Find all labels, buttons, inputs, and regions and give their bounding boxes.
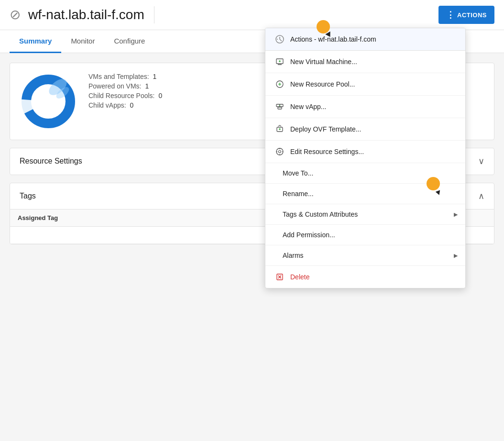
resource-settings-title: Resource Settings: [20, 157, 82, 165]
menu-item-deploy-ovf[interactable]: Deploy OVF Template...: [265, 118, 465, 141]
header-divider: [154, 6, 154, 23]
donut-chart: [20, 73, 77, 130]
tab-summary[interactable]: Summary: [10, 30, 61, 53]
new-vapp-icon: [275, 102, 285, 111]
menu-item-delete[interactable]: Delete: [265, 266, 465, 288]
tags-title: Tags: [20, 192, 36, 200]
svg-point-24: [279, 151, 281, 153]
add-permission-label: Add Permission...: [283, 231, 456, 239]
svg-rect-17: [278, 107, 282, 109]
deploy-ovf-icon: [275, 124, 285, 134]
stat-value-child-pools: 0: [159, 92, 163, 99]
stat-row-child-pools: Child Resource Pools: 0: [88, 92, 162, 99]
menu-item-new-resource-pool[interactable]: New Resource Pool...: [265, 73, 465, 96]
col-assigned-tag: Assigned Tag: [10, 209, 285, 227]
svg-line-6: [280, 39, 282, 41]
tags-custom-attrs-label: Tags & Custom Attributes: [283, 210, 456, 218]
stat-label-child-vapps: Child vApps:: [88, 101, 126, 109]
menu-item-new-vapp[interactable]: New vApp...: [265, 96, 465, 118]
svg-point-23: [276, 148, 283, 155]
stat-value-vms: 1: [153, 73, 157, 80]
new-resource-pool-label: New Resource Pool...: [290, 80, 456, 88]
svg-rect-16: [280, 104, 283, 107]
actions-label: ACTIONS: [457, 11, 487, 19]
menu-item-rename[interactable]: Rename...: [265, 184, 465, 204]
dropdown-header-item: Actions - wf-nat.lab.tail-f.com: [265, 28, 465, 51]
page-title: wf-nat.lab.tail-f.com: [28, 7, 144, 22]
dropdown-header-icon: [275, 34, 285, 44]
stat-row-child-vapps: Child vApps: 0: [88, 101, 162, 109]
page-header: ⊘ wf-nat.lab.tail-f.com ⋮ ACTIONS: [0, 0, 504, 30]
edit-resource-settings-label: Edit Resource Settings...: [290, 148, 456, 155]
menu-item-new-vm[interactable]: New Virtual Machine...: [265, 51, 465, 73]
stat-value-child-vapps: 0: [130, 101, 134, 109]
svg-rect-15: [276, 104, 280, 107]
summary-stats: VMs and Templates: 1 Powered on VMs: 1 C…: [88, 73, 162, 109]
rename-label: Rename...: [283, 190, 456, 198]
new-vm-label: New Virtual Machine...: [290, 58, 456, 66]
deploy-ovf-label: Deploy OVF Template...: [290, 125, 456, 133]
dropdown-header-label: Actions - wf-nat.lab.tail-f.com: [290, 35, 456, 43]
tab-configure[interactable]: Configure: [104, 30, 154, 53]
actions-button[interactable]: ⋮ ACTIONS: [438, 6, 494, 24]
actions-dropdown: Actions - wf-nat.lab.tail-f.com New Virt…: [265, 28, 466, 288]
stat-value-powered: 1: [145, 82, 149, 90]
menu-item-add-permission[interactable]: Add Permission...: [265, 225, 465, 245]
delete-icon: [275, 272, 285, 282]
alarms-label: Alarms: [283, 252, 456, 259]
menu-item-move-to[interactable]: Move To...: [265, 163, 465, 184]
stat-row-powered: Powered on VMs: 1: [88, 82, 162, 90]
stat-label-child-pools: Child Resource Pools:: [88, 92, 155, 99]
resource-settings-chevron-icon: ∨: [478, 156, 484, 166]
actions-dots-icon: ⋮: [446, 10, 454, 20]
delete-label: Delete: [290, 273, 456, 281]
edit-resource-settings-icon: [275, 147, 285, 156]
menu-item-edit-resource-settings[interactable]: Edit Resource Settings...: [265, 141, 465, 163]
move-to-label: Move To...: [283, 169, 456, 177]
header-actions: ⋮ ACTIONS: [438, 6, 494, 24]
tab-monitor[interactable]: Monitor: [61, 30, 104, 53]
menu-item-tags-custom-attrs[interactable]: Tags & Custom Attributes: [265, 204, 465, 225]
new-vm-icon: [275, 57, 285, 66]
new-vapp-label: New vApp...: [290, 103, 456, 110]
tags-chevron-icon: ∧: [478, 191, 484, 201]
stat-label-vms: VMs and Templates:: [88, 73, 149, 80]
stat-row: VMs and Templates: 1: [88, 73, 162, 80]
stat-label-powered: Powered on VMs:: [88, 82, 142, 90]
header-icon: ⊘: [10, 8, 21, 22]
menu-item-alarms[interactable]: Alarms: [265, 245, 465, 266]
new-resource-pool-icon: [275, 79, 285, 89]
